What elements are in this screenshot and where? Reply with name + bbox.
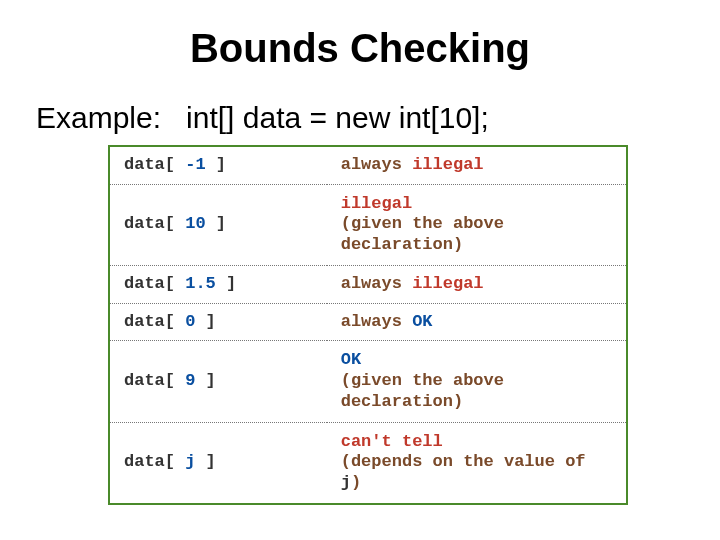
result-fragment: always <box>341 312 412 331</box>
table-cell-result: OK(given the above declaration) <box>327 341 626 422</box>
result-fragment: OK <box>341 350 361 369</box>
expr-index: 0 <box>185 312 195 331</box>
result-fragment: illegal <box>341 194 412 213</box>
expr-index: -1 <box>185 155 205 174</box>
table-cell-expr: data[ 9 ] <box>110 341 327 422</box>
result-fragment: can't tell <box>341 432 443 451</box>
table-cell-result: always illegal <box>327 147 626 184</box>
table-cell-result: can't tell(depends on the value of j) <box>327 422 626 503</box>
bounds-table-wrap: data[ -1 ]always illegaldata[ 10 ]illega… <box>108 145 628 505</box>
expr-suffix: ] <box>206 155 226 174</box>
table-cell-result: illegal(given the above declaration) <box>327 184 626 265</box>
example-line: Example: int[] data = new int[10]; <box>36 101 690 135</box>
table-cell-expr: data[ j ] <box>110 422 327 503</box>
expr-suffix: ] <box>206 214 226 233</box>
bounds-table-body: data[ -1 ]always illegaldata[ 10 ]illega… <box>110 147 626 503</box>
result-fragment: illegal <box>412 155 483 174</box>
table-cell-expr: data[ 1.5 ] <box>110 265 327 303</box>
table-cell-result: always OK <box>327 303 626 341</box>
expr-suffix: ] <box>195 312 215 331</box>
result-fragment: depends on the value of <box>351 452 586 471</box>
result-fragment: OK <box>412 312 432 331</box>
table-row: data[ 0 ]always OK <box>110 303 626 341</box>
table-row: data[ -1 ]always illegal <box>110 147 626 184</box>
result-fragment: ( <box>341 371 351 390</box>
result-fragment: illegal <box>412 274 483 293</box>
expr-suffix: ] <box>195 452 215 471</box>
slide: Bounds Checking Example: int[] data = ne… <box>0 0 720 540</box>
expr-index: 9 <box>185 371 195 390</box>
expr-index: j <box>185 452 195 471</box>
result-fragment: ) <box>351 473 361 492</box>
table-row: data[ 1.5 ]always illegal <box>110 265 626 303</box>
table-cell-result: always illegal <box>327 265 626 303</box>
result-fragment: given the above declaration <box>341 214 504 254</box>
expr-suffix: ] <box>195 371 215 390</box>
result-fragment: ( <box>341 214 351 233</box>
example-label: Example: <box>36 101 161 134</box>
expr-prefix: data[ <box>124 155 185 174</box>
expr-index: 10 <box>185 214 205 233</box>
table-row: data[ 9 ]OK(given the above declaration) <box>110 341 626 422</box>
expr-prefix: data[ <box>124 452 185 471</box>
result-fragment: always <box>341 274 412 293</box>
example-code: int[] data = new int[10]; <box>186 101 489 134</box>
result-fragment: given the above declaration <box>341 371 504 411</box>
expr-prefix: data[ <box>124 371 185 390</box>
result-fragment: ) <box>453 392 463 411</box>
result-fragment: ( <box>341 452 351 471</box>
table-row: data[ 10 ]illegal(given the above declar… <box>110 184 626 265</box>
table-cell-expr: data[ 0 ] <box>110 303 327 341</box>
result-fragment: ) <box>453 235 463 254</box>
table-cell-expr: data[ 10 ] <box>110 184 327 265</box>
table-cell-expr: data[ -1 ] <box>110 147 327 184</box>
table-row: data[ j ]can't tell(depends on the value… <box>110 422 626 503</box>
expr-index: 1.5 <box>185 274 216 293</box>
result-fragment: j <box>341 473 351 492</box>
bounds-table: data[ -1 ]always illegaldata[ 10 ]illega… <box>110 147 626 503</box>
expr-prefix: data[ <box>124 214 185 233</box>
result-fragment: always <box>341 155 412 174</box>
expr-suffix: ] <box>216 274 236 293</box>
expr-prefix: data[ <box>124 274 185 293</box>
expr-prefix: data[ <box>124 312 185 331</box>
page-title: Bounds Checking <box>30 26 690 71</box>
